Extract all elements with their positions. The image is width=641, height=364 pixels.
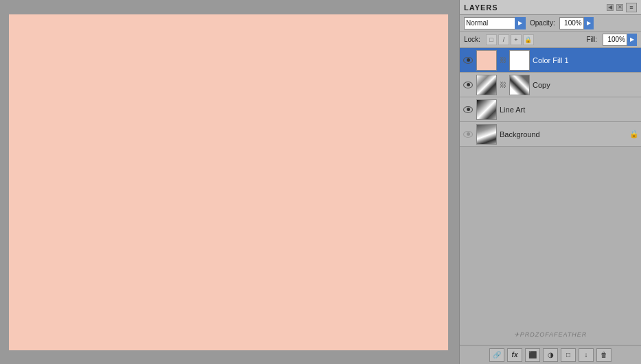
opacity-input-group: ▶ bbox=[559, 17, 594, 29]
eye-symbol-copy bbox=[463, 82, 473, 88]
canvas-document bbox=[9, 14, 448, 350]
panel-collapse-btn[interactable]: ◀ bbox=[607, 4, 614, 11]
lock-transparency-btn[interactable]: □ bbox=[486, 34, 497, 45]
blend-mode-row: Normal Dissolve Multiply Screen Overlay … bbox=[460, 15, 641, 32]
layer-visibility-icon-background[interactable] bbox=[463, 129, 474, 140]
new-group-btn[interactable]: □ bbox=[561, 348, 576, 362]
fill-arrow-btn[interactable]: ▶ bbox=[627, 34, 637, 46]
fill-label: Fill: bbox=[586, 36, 597, 43]
layer-lock-icon-background: 🔒 bbox=[630, 130, 638, 139]
lock-move-btn[interactable]: + bbox=[511, 34, 522, 45]
blend-mode-select[interactable]: Normal Dissolve Multiply Screen Overlay bbox=[464, 17, 526, 29]
panel-menu-btn[interactable]: ≡ bbox=[626, 3, 637, 12]
bw-thumb-copy-2 bbox=[510, 75, 529, 95]
layers-panel: LAYERS ◀ ✕ ≡ Normal Dissolve Multiply Sc… bbox=[459, 0, 641, 364]
eye-pupil-copy bbox=[467, 83, 470, 86]
lock-paint-btn[interactable]: / bbox=[498, 34, 509, 45]
fx-btn[interactable]: fx bbox=[507, 348, 522, 362]
layer-visibility-icon-copy[interactable] bbox=[463, 80, 474, 90]
layer-item-color-fill-1[interactable]: ⛓ Color Fill 1 bbox=[460, 48, 641, 73]
new-layer-btn[interactable]: ↓ bbox=[579, 348, 594, 362]
blend-mode-wrapper: Normal Dissolve Multiply Screen Overlay … bbox=[464, 17, 526, 29]
lock-row: Lock: □ / + 🔒 Fill: ▶ bbox=[460, 32, 641, 48]
layer-name-background: Background bbox=[500, 130, 627, 138]
panel-close-btn[interactable]: ✕ bbox=[616, 4, 623, 11]
panel-controls: ◀ ✕ ≡ bbox=[607, 3, 637, 12]
eye-symbol bbox=[463, 57, 473, 64]
layer-visibility-icon-line-art[interactable] bbox=[463, 104, 474, 115]
layer-list[interactable]: ⛓ Color Fill 1 ⛓ Copy bbox=[460, 48, 641, 324]
adjustment-btn[interactable]: ◑ bbox=[543, 348, 558, 362]
opacity-input[interactable] bbox=[559, 17, 584, 29]
link-layers-btn[interactable]: 🔗 bbox=[489, 348, 504, 362]
layer-item-line-art[interactable]: Line Art bbox=[460, 97, 641, 122]
opacity-label: Opacity: bbox=[530, 19, 555, 27]
bottom-toolbar: 🔗 fx ⬛ ◑ □ ↓ 🗑 bbox=[460, 345, 641, 364]
layer-chain-icon-copy: ⛓ bbox=[500, 80, 506, 90]
watermark-area: ✈PRDZOFAFEATHER bbox=[460, 324, 641, 345]
bw-thumb-line-art bbox=[477, 100, 496, 119]
lock-all-btn[interactable]: 🔒 bbox=[523, 34, 534, 45]
layer-item-background[interactable]: Background 🔒 bbox=[460, 122, 641, 147]
bw-thumb-copy bbox=[477, 75, 496, 95]
layer-thumbnail-background bbox=[476, 124, 497, 145]
eye-symbol-bg bbox=[463, 131, 473, 138]
layer-name-copy: Copy bbox=[533, 81, 638, 89]
fill-input-group: ▶ bbox=[603, 34, 637, 46]
layer-thumbnail-copy bbox=[476, 75, 497, 95]
watermark-text: ✈PRDZOFAFEATHER bbox=[514, 331, 587, 338]
add-mask-btn[interactable]: ⬛ bbox=[525, 348, 540, 362]
layer-name-line-art: Line Art bbox=[500, 106, 638, 114]
lock-label: Lock: bbox=[464, 36, 480, 43]
eye-symbol-line-art bbox=[463, 106, 473, 113]
layer-name-color-fill-1: Color Fill 1 bbox=[533, 56, 638, 64]
layer-mask-thumbnail bbox=[509, 50, 530, 71]
layer-thumbnail-color-fill-1 bbox=[476, 50, 497, 71]
fill-input[interactable] bbox=[603, 34, 627, 46]
canvas-area bbox=[0, 0, 456, 364]
layer-item-copy[interactable]: ⛓ Copy bbox=[460, 73, 641, 97]
panel-titlebar: LAYERS ◀ ✕ ≡ bbox=[460, 0, 641, 15]
eye-pupil bbox=[467, 58, 470, 62]
layer-visibility-icon-color-fill-1[interactable] bbox=[463, 55, 474, 66]
lock-icons: □ / + 🔒 bbox=[486, 34, 534, 45]
color-fill-swatch bbox=[477, 51, 496, 70]
mask-white bbox=[510, 51, 529, 70]
eye-pupil-bg bbox=[467, 132, 470, 136]
delete-layer-btn[interactable]: 🗑 bbox=[596, 348, 611, 362]
layer-chain-icon: ⛓ bbox=[500, 55, 506, 66]
eye-pupil-line-art bbox=[467, 108, 470, 111]
layer-thumbnail-copy-2 bbox=[509, 75, 530, 95]
panel-title: LAYERS bbox=[464, 3, 498, 12]
opacity-arrow-btn[interactable]: ▶ bbox=[584, 17, 594, 29]
bw-thumb-bg bbox=[477, 125, 496, 144]
layer-thumbnail-line-art bbox=[476, 99, 497, 120]
